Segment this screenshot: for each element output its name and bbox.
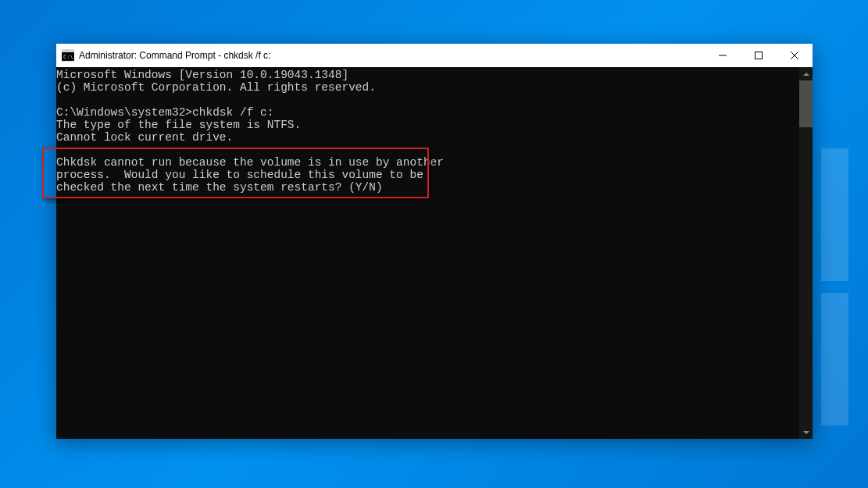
minimize-button[interactable] (705, 44, 741, 67)
svg-text:C:\: C:\ (63, 54, 73, 60)
cmd-icon: C:\ (62, 49, 74, 62)
svg-marker-8 (803, 431, 809, 434)
command-prompt-window: C:\ Administrator: Command Prompt - chkd… (56, 44, 813, 439)
output-line: Cannot lock current drive. (56, 131, 233, 144)
chkdsk-message-line: process. Would you like to schedule this… (56, 169, 423, 181)
maximize-button[interactable] (741, 44, 777, 67)
svg-rect-4 (755, 52, 763, 59)
terminal-area[interactable]: Microsoft Windows [Version 10.0.19043.13… (56, 67, 813, 439)
output-line: Microsoft Windows [Version 10.0.19043.13… (56, 69, 348, 81)
chkdsk-message-line: Chkdsk cannot run because the volume is … (56, 156, 444, 169)
output-line: (c) Microsoft Corporation. All rights re… (56, 81, 376, 94)
wallpaper-accent (821, 293, 848, 426)
titlebar[interactable]: C:\ Administrator: Command Prompt - chkd… (56, 44, 813, 67)
scrollbar-thumb[interactable] (799, 80, 813, 127)
prompt-line: C:\Windows\system32>chkdsk /f c: (56, 106, 273, 119)
close-button[interactable] (777, 44, 813, 67)
output-line: The type of the file system is NTFS. (56, 119, 301, 131)
wallpaper-accent (821, 148, 848, 281)
chkdsk-message-line: checked the next time the system restart… (56, 181, 383, 194)
terminal-output: Microsoft Windows [Version 10.0.19043.13… (56, 67, 799, 439)
window-title: Administrator: Command Prompt - chkdsk /… (79, 50, 705, 61)
svg-marker-7 (803, 73, 809, 76)
scroll-up-arrow-icon[interactable] (799, 67, 813, 80)
window-controls (705, 44, 813, 67)
vertical-scrollbar[interactable] (799, 67, 813, 439)
scroll-down-arrow-icon[interactable] (799, 426, 813, 439)
svg-rect-1 (62, 50, 74, 52)
